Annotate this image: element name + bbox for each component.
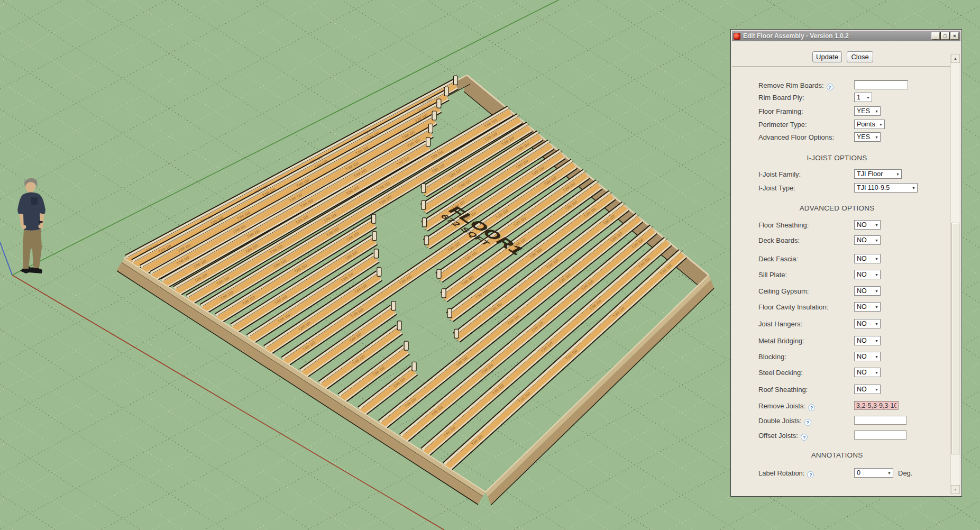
chevron-down-icon: ▼ bbox=[873, 355, 878, 359]
chevron-down-icon: ▼ bbox=[894, 172, 900, 176]
section-header-1: ADVANCED OPTIONS bbox=[732, 204, 942, 212]
chevron-down-icon: ▼ bbox=[864, 96, 870, 99]
offset-joists-label: Offset Joists:? bbox=[758, 432, 808, 441]
double-joists-help-icon[interactable]: ? bbox=[804, 419, 811, 426]
close-button[interactable]: Close bbox=[847, 51, 873, 62]
remove-rim-boards-help-icon[interactable]: ? bbox=[827, 84, 834, 90]
scrollbar-thumb[interactable] bbox=[951, 223, 959, 454]
scroll-up-arrow-icon[interactable]: ▲ bbox=[951, 54, 960, 63]
i-joist-family-label: I-Joist Family: bbox=[758, 170, 801, 178]
chevron-down-icon: ▼ bbox=[873, 239, 878, 242]
label-rotation-label: Label Rotation:? bbox=[758, 469, 814, 478]
row-advanced-floor-options: Advanced Floor Options:YES▼ bbox=[758, 132, 939, 143]
row-floor-framing: Floor Framing:YES▼ bbox=[758, 106, 939, 117]
row-joist-hangers: Joist Hangers:NO▼ bbox=[758, 319, 939, 330]
rim-board-ply-label: Rim Board Ply: bbox=[758, 94, 804, 102]
chevron-down-icon: ▼ bbox=[873, 371, 878, 374]
rim-board-ply-select[interactable]: 1▼ bbox=[854, 93, 872, 102]
remove-joists-help-icon[interactable]: ? bbox=[808, 404, 815, 411]
blocking-select[interactable]: NO▼ bbox=[854, 352, 881, 361]
remove-rim-boards-label: Remove Rim Boards:? bbox=[758, 81, 834, 90]
deck-boards-select[interactable]: NO▼ bbox=[854, 235, 881, 245]
minimize-button[interactable]: _ bbox=[931, 32, 940, 40]
row-blocking: Blocking:NO▼ bbox=[758, 352, 939, 362]
maximize-button[interactable]: □ bbox=[941, 32, 949, 40]
floor-cavity-insulation-select[interactable]: NO▼ bbox=[854, 302, 881, 312]
offset-joists-help-icon[interactable]: ? bbox=[801, 434, 808, 441]
i-joist-type-select[interactable]: TJI 110-9.5▼ bbox=[854, 183, 918, 193]
chevron-down-icon: ▼ bbox=[873, 339, 878, 343]
chevron-down-icon: ▼ bbox=[873, 257, 878, 261]
metal-bridging-select[interactable]: NO▼ bbox=[854, 336, 881, 345]
sill-plate-label: Sill Plate: bbox=[758, 271, 787, 279]
chevron-down-icon: ▼ bbox=[877, 123, 883, 126]
double-joists-input[interactable] bbox=[854, 416, 906, 425]
row-perimeter-type: Perimeter Type:Points▼ bbox=[758, 120, 939, 130]
floor-cavity-insulation-label: Floor Cavity Insulation: bbox=[758, 303, 828, 311]
row-steel-decking: Steel Decking:NO▼ bbox=[758, 368, 939, 378]
row-i-joist-type: I-Joist Type:TJI 110-9.5▼ bbox=[758, 183, 939, 194]
advanced-floor-options-select[interactable]: YES▼ bbox=[854, 132, 881, 142]
ceiling-gypsum-label: Ceiling Gypsum: bbox=[758, 287, 809, 295]
scrollbar[interactable]: ▲ ▼ bbox=[950, 54, 959, 494]
chevron-down-icon: ▼ bbox=[873, 388, 878, 391]
advanced-floor-options-label: Advanced Floor Options: bbox=[758, 133, 834, 141]
chevron-down-icon: ▼ bbox=[885, 471, 891, 475]
steel-decking-label: Steel Decking: bbox=[758, 369, 803, 377]
row-double-joists: Double Joists:? bbox=[758, 416, 939, 426]
roof-sheathing-select[interactable]: NO▼ bbox=[854, 385, 881, 394]
joist-hangers-label: Joist Hangers: bbox=[758, 320, 802, 328]
blocking-label: Blocking: bbox=[758, 353, 786, 361]
section-header-2: ANNOTATIONS bbox=[732, 451, 942, 459]
row-deck-boards: Deck Boards:NO▼ bbox=[758, 235, 939, 246]
floor-sheathing-label: Floor Sheathing: bbox=[758, 221, 809, 229]
metal-bridging-label: Metal Bridging: bbox=[758, 337, 804, 345]
row-i-joist-family: I-Joist Family:TJI Floor▼ bbox=[758, 169, 939, 180]
i-joist-family-select[interactable]: TJI Floor▼ bbox=[854, 169, 902, 179]
label-rotation-help-icon[interactable]: ? bbox=[807, 471, 814, 478]
floor-sheathing-select[interactable]: NO▼ bbox=[854, 220, 881, 230]
divider bbox=[732, 66, 950, 67]
sketchup-window: TJI® 110TJI® 110TJI® 110TJI® 110TJI® 110… bbox=[0, 0, 980, 530]
remove-joists-input[interactable] bbox=[854, 401, 899, 410]
dialog-titlebar[interactable]: Edit Floor Assembly - Version 1.0.2 _ □ … bbox=[732, 31, 960, 41]
row-rim-board-ply: Rim Board Ply:1▼ bbox=[758, 93, 939, 103]
floor-framing-select[interactable]: YES▼ bbox=[854, 106, 881, 116]
joist-hangers-select[interactable]: NO▼ bbox=[854, 319, 881, 328]
roof-sheathing-label: Roof Sheathing: bbox=[758, 386, 808, 394]
sill-plate-select[interactable]: NO▼ bbox=[854, 270, 881, 279]
offset-joists-input[interactable] bbox=[854, 431, 906, 440]
close-window-button[interactable]: × bbox=[950, 32, 959, 40]
row-floor-sheathing: Floor Sheathing:NO▼ bbox=[758, 220, 939, 231]
deck-boards-label: Deck Boards: bbox=[758, 236, 800, 244]
perimeter-type-label: Perimeter Type: bbox=[758, 121, 807, 129]
deck-fascia-label: Deck Fascia: bbox=[758, 255, 798, 263]
chevron-down-icon: ▼ bbox=[910, 186, 915, 190]
chevron-down-icon: ▼ bbox=[873, 273, 878, 277]
label-rotation-suffix: Deg. bbox=[898, 469, 912, 477]
dialog-title: Edit Floor Assembly - Version 1.0.2 bbox=[743, 32, 930, 40]
chevron-down-icon: ▼ bbox=[873, 223, 878, 227]
chevron-down-icon: ▼ bbox=[873, 322, 878, 326]
perimeter-type-select[interactable]: Points▼ bbox=[854, 120, 885, 129]
row-deck-fascia: Deck Fascia:NO▼ bbox=[758, 254, 939, 264]
chevron-down-icon: ▼ bbox=[873, 135, 878, 139]
row-metal-bridging: Metal Bridging:NO▼ bbox=[758, 336, 939, 346]
row-remove-rim-boards: Remove Rim Boards:? bbox=[758, 80, 939, 91]
chevron-down-icon: ▼ bbox=[873, 305, 878, 309]
deck-fascia-select[interactable]: NO▼ bbox=[854, 254, 881, 263]
edit-floor-assembly-dialog: Edit Floor Assembly - Version 1.0.2 _ □ … bbox=[730, 29, 962, 497]
row-floor-cavity-insulation: Floor Cavity Insulation:NO▼ bbox=[758, 302, 939, 313]
row-roof-sheathing: Roof Sheathing:NO▼ bbox=[758, 385, 939, 395]
row-sill-plate: Sill Plate:NO▼ bbox=[758, 270, 939, 280]
row-remove-joists: Remove Joists:? bbox=[758, 401, 939, 412]
row-offset-joists: Offset Joists:? bbox=[758, 431, 939, 441]
chevron-down-icon: ▼ bbox=[873, 109, 878, 113]
label-rotation-select[interactable]: 0▼ bbox=[854, 468, 893, 478]
ceiling-gypsum-select[interactable]: NO▼ bbox=[854, 286, 881, 296]
scroll-down-arrow-icon[interactable]: ▼ bbox=[951, 485, 960, 494]
steel-decking-select[interactable]: NO▼ bbox=[854, 368, 881, 377]
update-button[interactable]: Update bbox=[812, 51, 842, 62]
remove-joists-label: Remove Joists:? bbox=[758, 402, 815, 411]
remove-rim-boards-input[interactable] bbox=[854, 80, 908, 89]
